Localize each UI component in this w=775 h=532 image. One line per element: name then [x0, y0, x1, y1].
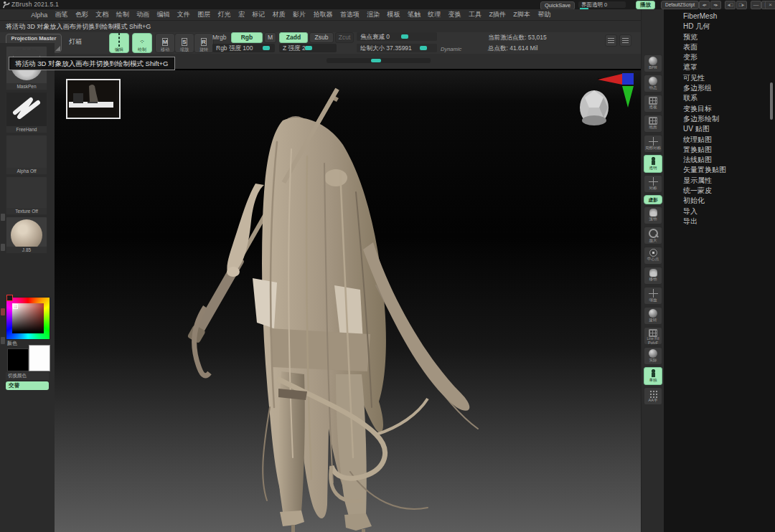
menu-item-15[interactable]: 首选项 — [337, 10, 363, 19]
tool-section-15[interactable]: 矢量置换贴图 — [664, 165, 775, 175]
color-picker[interactable] — [6, 297, 50, 340]
tool-section-10[interactable]: 多边形绘制 — [664, 114, 775, 124]
rshelf-center-button[interactable]: 中心点 — [644, 247, 662, 265]
rshelf-transp-button[interactable]: 透明 — [644, 155, 662, 173]
tool-section-2[interactable]: 预览 — [664, 32, 775, 42]
tool-section-12[interactable]: 纹理贴图 — [664, 135, 775, 145]
rshelf-solo-button[interactable]: 单独 — [644, 367, 662, 385]
menu-item-14[interactable]: 拾取器 — [309, 10, 336, 19]
minimize-icon[interactable]: — — [751, 1, 761, 9]
divider-handle-icon[interactable] — [1, 244, 5, 251]
rgb-intensity-slider[interactable]: Rgb 强度 100 — [212, 44, 275, 52]
next-doc-icon[interactable]: □▸ — [736, 1, 747, 9]
tool-section-5[interactable]: 遮罩 — [664, 62, 775, 72]
menu-item-17[interactable]: 模板 — [383, 10, 403, 19]
tool-section-17[interactable]: 统一蒙皮 — [664, 186, 775, 196]
rshelf-aahalf-button[interactable]: AA半 — [644, 387, 662, 405]
rshelf-scroll-button[interactable]: 滚动 — [644, 206, 662, 224]
lightbox-button[interactable]: 灯箱 — [66, 36, 98, 47]
divider-handle-icon[interactable] — [1, 308, 5, 315]
sculpting-canvas[interactable] — [55, 69, 641, 532]
sliders-icon-button[interactable] — [605, 34, 617, 47]
zadd-button[interactable]: Zadd — [279, 32, 308, 43]
rshelf-polyf-button[interactable]: Line FillPolyF — [644, 327, 662, 345]
rshelf-scale-canvas-button[interactable]: 缩放 — [644, 287, 662, 305]
rshelf-local-sym-button[interactable]: 局部对称 — [644, 135, 662, 153]
edit-mode-button[interactable]: 编辑 — [109, 33, 129, 53]
tool-section-6[interactable]: 可见性 — [664, 73, 775, 83]
play-zscript-button[interactable]: 播放 — [636, 1, 655, 9]
m-button[interactable]: M — [264, 32, 276, 43]
menu-item-24[interactable]: 帮助 — [534, 10, 554, 19]
menu-item-2[interactable]: 色彩 — [72, 10, 92, 19]
default-zscript-button[interactable]: DefaultZScript — [661, 1, 699, 9]
rshelf-actual-button[interactable]: 实际 — [644, 347, 662, 365]
tool-section-1[interactable]: HD 几何 — [664, 22, 775, 32]
preview-scale-slider[interactable] — [327, 58, 431, 63]
document-thumbnail[interactable] — [66, 79, 121, 119]
tool-section-11[interactable]: UV 贴图 — [664, 124, 775, 134]
zsub-button[interactable]: Zsub — [309, 32, 334, 43]
menu-item-21[interactable]: 工具 — [465, 10, 485, 19]
menu-item-19[interactable]: 纹理 — [424, 10, 444, 19]
menu-item-18[interactable]: 笔触 — [404, 10, 424, 19]
tool-section-4[interactable]: 变形 — [664, 52, 775, 62]
next-ui-icon[interactable]: ▪▸ — [710, 1, 721, 9]
preview-scale-handle[interactable] — [371, 59, 381, 62]
sculpt-figure[interactable] — [55, 70, 641, 532]
tool-section-13[interactable]: 置换贴图 — [664, 145, 775, 155]
menu-item-13[interactable]: 影片 — [289, 10, 309, 19]
tool-section-16[interactable]: 显示属性 — [664, 176, 775, 186]
menu-item-23[interactable]: Z脚本 — [509, 10, 534, 19]
rgb-button[interactable]: Rgb — [231, 32, 263, 43]
switch-color-button[interactable]: 切换颜色 — [6, 372, 49, 380]
alt-color-button[interactable]: 交替 — [6, 381, 49, 390]
tool-section-0[interactable]: FiberMesh — [664, 11, 775, 22]
current-texture-thumbnail[interactable]: Texture Off — [6, 176, 47, 215]
divider-handle-icon[interactable] — [1, 214, 5, 221]
tool-section-18[interactable]: 初始化 — [664, 196, 775, 206]
prev-ui-icon[interactable]: ◂▪ — [699, 1, 710, 9]
move-mode-button[interactable]: M 移动 — [155, 33, 175, 53]
menu-item-11[interactable]: 标记 — [248, 10, 268, 19]
camview-widget[interactable] — [578, 89, 611, 126]
menu-item-10[interactable]: 宏 — [235, 10, 248, 19]
divider-handle-icon[interactable] — [1, 337, 5, 344]
tool-section-19[interactable]: 导入 — [664, 206, 775, 217]
current-material-thumbnail[interactable]: J.85 — [6, 217, 47, 254]
menu-item-3[interactable]: 文档 — [92, 10, 112, 19]
rshelf-move-canvas-button[interactable]: 移动 — [644, 267, 662, 285]
grid-icon-button[interactable] — [619, 34, 631, 47]
mrgb-button[interactable]: Mrgb — [212, 34, 226, 41]
rshelf-sym-button[interactable]: 对称 — [644, 175, 662, 193]
tool-section-3[interactable]: 表面 — [664, 42, 775, 52]
panel-scrollbar[interactable] — [770, 82, 773, 120]
menu-item-20[interactable]: 变换 — [445, 10, 465, 19]
scale-mode-button[interactable]: S 缩放 — [174, 33, 194, 53]
draw-size-slider[interactable]: 绘制大小 37.35991 — [357, 44, 437, 52]
rshelf-bpr-button[interactable]: BPR — [644, 54, 662, 72]
close-icon[interactable]: × — [765, 1, 775, 9]
current-stroke-thumbnail[interactable]: FreeHand — [6, 92, 47, 133]
rshelf-ghost-button[interactable]: 虚影 — [644, 195, 662, 204]
tool-section-8[interactable]: 联系 — [664, 93, 775, 103]
interface-opacity-slider[interactable]: 界面透明 0 — [578, 1, 626, 8]
menu-item-4[interactable]: 绘制 — [113, 10, 133, 19]
rshelf-zoom-button[interactable]: 放大 — [644, 227, 662, 244]
menu-item-12[interactable]: 材质 — [269, 10, 289, 19]
menu-item-1[interactable]: 画笔 — [51, 10, 71, 19]
menu-item-8[interactable]: 图层 — [194, 10, 214, 19]
z-intensity-slider[interactable]: Z 强度 25 — [279, 44, 337, 52]
tool-section-9[interactable]: 变换目标 — [664, 104, 775, 114]
tool-section-14[interactable]: 法线贴图 — [664, 155, 775, 165]
prev-doc-icon[interactable]: ◂□ — [725, 1, 736, 9]
current-alpha-thumbnail[interactable]: Alpha Off — [6, 135, 47, 175]
rshelf-persp-button[interactable]: 透视 — [644, 95, 662, 113]
secondary-color-swatch[interactable] — [29, 345, 50, 371]
draw-mode-button[interactable]: ⁘ 绘制 — [132, 33, 152, 53]
menu-item-6[interactable]: 编辑 — [153, 10, 173, 19]
zcut-button[interactable]: Zcut — [335, 32, 354, 43]
menu-item-5[interactable]: 动画 — [133, 10, 153, 19]
rshelf-floor-button[interactable]: 地面 — [644, 115, 662, 133]
menu-item-22[interactable]: Z插件 — [485, 10, 509, 19]
